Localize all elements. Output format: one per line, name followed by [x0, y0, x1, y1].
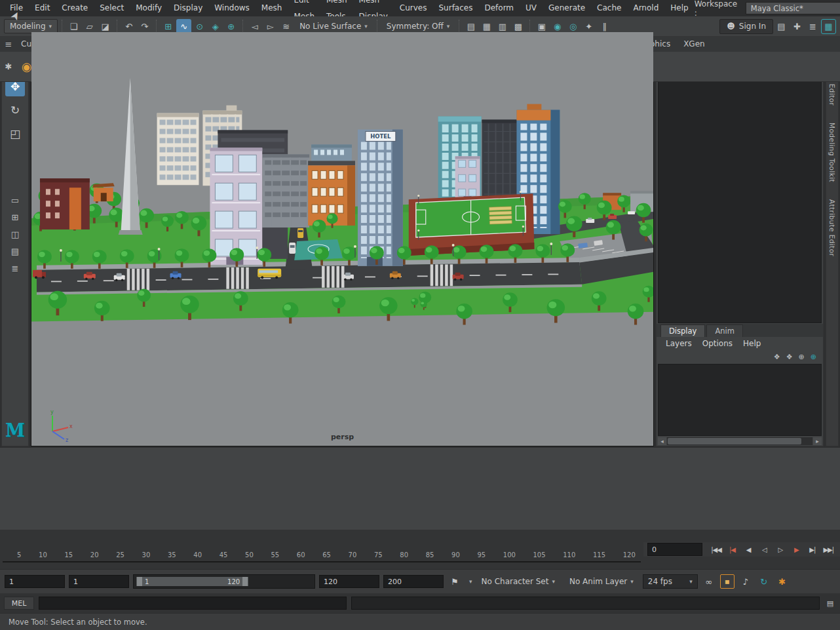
- command-feedback-field[interactable]: [351, 597, 820, 610]
- step-forward-frame-button[interactable]: ▶|: [805, 542, 820, 557]
- tab-attribute-editor[interactable]: Attribute Editor: [828, 199, 836, 256]
- divider: [459, 20, 459, 33]
- shelf-gear-icon[interactable]: ✱: [3, 59, 14, 74]
- building-cream-a[interactable]: [157, 113, 199, 186]
- character-set-value: No Character Set: [482, 577, 549, 586]
- mel-label-button[interactable]: MEL: [4, 597, 34, 610]
- building-dark[interactable]: [482, 120, 519, 205]
- fps-selector[interactable]: 24 fps ▾: [643, 574, 698, 589]
- menu-help[interactable]: Help: [664, 0, 694, 16]
- content-browser-button[interactable]: ▤: [774, 19, 789, 34]
- menu-edit[interactable]: Edit: [29, 0, 56, 16]
- rotate-tool-button[interactable]: ↻: [5, 100, 25, 120]
- tab-xgen[interactable]: XGen: [677, 37, 712, 52]
- menu-deform[interactable]: Deform: [478, 0, 520, 16]
- command-input[interactable]: [39, 597, 347, 610]
- symmetry-value: Symmetry: Off: [387, 22, 444, 31]
- outliner-toggle-button[interactable]: ≣: [805, 19, 820, 34]
- menu-create[interactable]: Create: [56, 0, 94, 16]
- move-layer-down-icon[interactable]: ❖: [786, 353, 793, 361]
- play-backward-button[interactable]: ◁: [757, 542, 772, 557]
- playback-end-field[interactable]: 120: [319, 575, 379, 588]
- building-lavender[interactable]: [210, 148, 262, 264]
- live-surface-selector[interactable]: No Live Surface ▾: [294, 19, 373, 33]
- tab-anim-layers[interactable]: Anim: [706, 325, 743, 337]
- animation-start-field[interactable]: 1: [5, 575, 65, 588]
- menu-windows[interactable]: Windows: [208, 0, 256, 16]
- shelf-menu-icon[interactable]: ≡: [3, 37, 14, 52]
- range-slider-bar[interactable]: 1 120: [136, 577, 248, 586]
- step-forward-key-button[interactable]: ▶: [789, 542, 804, 557]
- audio-toggle[interactable]: ♪: [738, 574, 753, 589]
- city-scene[interactable]: HOTEL: [31, 32, 653, 446]
- go-to-end-button[interactable]: ▶▶|: [821, 542, 836, 557]
- menu-select[interactable]: Select: [94, 0, 130, 16]
- scrollbar-thumb[interactable]: [668, 438, 801, 444]
- create-layer-from-selected-button[interactable]: ⊕: [811, 353, 816, 361]
- viewport-canvas[interactable]: HOTEL: [31, 32, 653, 446]
- menu-surfaces[interactable]: Surfaces: [432, 0, 478, 16]
- scroll-left-button[interactable]: ◂: [658, 437, 666, 445]
- layout-list-button[interactable]: ≣: [7, 262, 24, 275]
- menu-mesh[interactable]: Mesh: [256, 0, 288, 16]
- animation-end-field[interactable]: 200: [383, 575, 444, 588]
- current-frame-field[interactable]: 0: [647, 543, 702, 556]
- scrollbar-track[interactable]: [667, 437, 812, 445]
- layer-list[interactable]: [658, 364, 822, 436]
- layers-menu[interactable]: Layers: [660, 339, 697, 348]
- scroll-right-button[interactable]: ▸: [813, 437, 822, 445]
- axis-gizmo: y x z: [39, 408, 73, 442]
- menu-set-value: Modeling: [10, 22, 46, 31]
- range-end-handle[interactable]: [242, 577, 248, 586]
- move-layer-up-icon[interactable]: ❖: [774, 353, 780, 361]
- layout-single-pane-button[interactable]: ▭: [7, 193, 24, 207]
- menu-arnold[interactable]: Arnold: [627, 0, 664, 16]
- workspace-selector[interactable]: Maya Classic* ▾: [746, 2, 840, 14]
- menu-generate[interactable]: Generate: [543, 0, 591, 16]
- building-hotel[interactable]: HOTEL: [358, 130, 403, 266]
- modeling-toolkit-toggle[interactable]: ▦: [821, 19, 836, 34]
- chevron-down-icon: ▾: [552, 578, 555, 585]
- range-start-handle[interactable]: [137, 577, 142, 586]
- go-to-start-button[interactable]: |◀◀: [708, 542, 723, 557]
- character-set-selector[interactable]: No Character Set ▾: [476, 574, 560, 589]
- play-forward-button[interactable]: ▷: [773, 542, 788, 557]
- building-gray-grid[interactable]: [262, 154, 309, 227]
- layout-four-pane-button[interactable]: ⊞: [7, 210, 24, 224]
- building-maroon[interactable]: [40, 178, 90, 229]
- options-menu[interactable]: Options: [697, 339, 738, 348]
- scale-tool-button[interactable]: ◰: [5, 124, 25, 144]
- range-slider[interactable]: 1 120: [133, 574, 315, 589]
- menu-uv[interactable]: UV: [520, 0, 543, 16]
- menu-set-selector[interactable]: Modeling ▾: [4, 19, 58, 33]
- step-snap-toggle[interactable]: ◼: [720, 574, 735, 589]
- playback-loop-toggle[interactable]: ∞: [702, 574, 716, 589]
- tab-modeling-toolkit[interactable]: Modeling Toolkit: [828, 123, 836, 182]
- chevron-down-icon[interactable]: ▾: [469, 578, 472, 585]
- axis-z-label: z: [66, 437, 68, 442]
- playback-start-field[interactable]: 1: [69, 575, 129, 588]
- create-empty-layer-button[interactable]: ⊕: [799, 353, 805, 361]
- time-slider-track[interactable]: [3, 561, 641, 562]
- help-menu[interactable]: Help: [738, 339, 766, 348]
- symmetry-selector[interactable]: Symmetry: Off ▾: [381, 19, 455, 33]
- script-editor-button[interactable]: ▤: [824, 597, 836, 609]
- cached-playback-toggle[interactable]: ↻: [757, 574, 771, 589]
- layout-outliner-button[interactable]: ▤: [7, 245, 24, 258]
- sign-in-button[interactable]: ☻ Sign In: [719, 19, 773, 34]
- layout-split-pane-button[interactable]: ◫: [7, 227, 24, 241]
- menu-display[interactable]: Display: [168, 0, 208, 16]
- step-back-key-button[interactable]: |◀: [725, 542, 740, 557]
- hotel-sign-text: HOTEL: [370, 133, 391, 140]
- menu-modify[interactable]: Modify: [130, 0, 168, 16]
- character-set-key-icon[interactable]: ⚑: [448, 574, 462, 589]
- step-back-frame-button[interactable]: ◀: [740, 542, 755, 557]
- create-panel-button[interactable]: ✚: [790, 19, 805, 34]
- menu-curves[interactable]: Curves: [394, 0, 433, 16]
- menu-cache[interactable]: Cache: [591, 0, 627, 16]
- kiosk-orange[interactable]: [92, 183, 115, 201]
- animation-preferences-button[interactable]: ✱: [775, 574, 790, 589]
- tab-display-layers[interactable]: Display: [660, 325, 705, 337]
- time-slider-row: 5101520253035404550556065707580859095100…: [0, 530, 840, 569]
- anim-layer-selector[interactable]: No Anim Layer ▾: [564, 574, 639, 589]
